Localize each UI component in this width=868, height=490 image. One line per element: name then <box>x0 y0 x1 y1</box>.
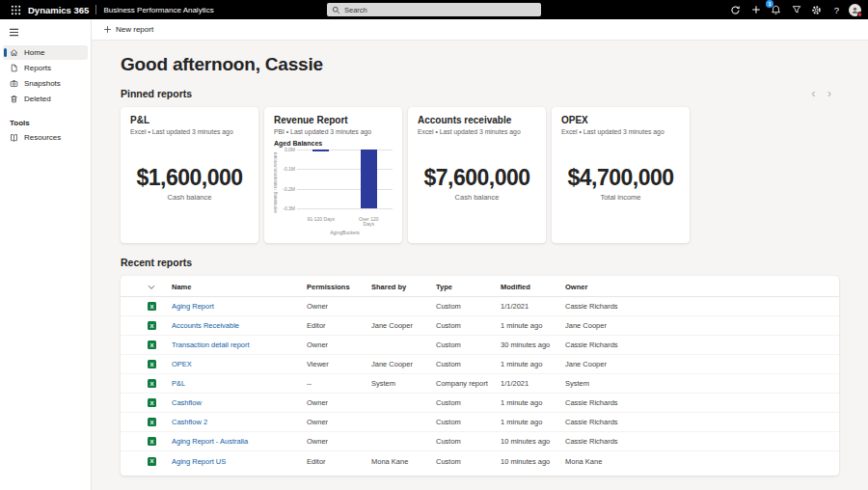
hamburger-menu-icon[interactable] <box>0 24 25 40</box>
permissions-cell: Owner <box>307 437 371 446</box>
owner-cell: Jane Cooper <box>565 321 826 330</box>
table-row[interactable]: Accounts Receivable Editor Jane Cooper C… <box>121 316 839 336</box>
product-name[interactable]: Dynamics 365 <box>28 5 89 15</box>
shared-by-cell: Jane Cooper <box>371 360 436 368</box>
pinned-card-accounts-receivable[interactable]: Accounts receivable Excel • Last updated… <box>408 107 546 243</box>
app-launcher-waffle-icon[interactable] <box>7 2 24 17</box>
sidebar-item-deleted[interactable]: Deleted <box>3 92 88 106</box>
greeting-heading: Good afternoon, Cassie <box>121 54 839 75</box>
column-header-modified[interactable]: Modified <box>501 283 565 291</box>
pinned-card-opex[interactable]: OPEX Excel • Last updated 3 minutes ago … <box>552 107 690 243</box>
table-row[interactable]: Cashflow 2 Owner Custom 1 minute ago Cas… <box>121 413 839 432</box>
add-icon[interactable] <box>747 2 764 17</box>
report-name-link[interactable]: Transaction detail report <box>172 340 250 349</box>
settings-gear-icon[interactable] <box>808 2 825 17</box>
table-row[interactable]: P&L -- System Company report 1/1/2021 Sy… <box>121 374 839 394</box>
type-cell: Custom <box>436 398 501 407</box>
table-row[interactable]: Aging Report US Editor Mona Kane Custom … <box>121 451 839 471</box>
chart-x-axis-title: AgingBuckets <box>274 230 393 235</box>
sidebar-item-label: Deleted <box>24 95 51 103</box>
delete-icon <box>10 95 18 103</box>
excel-file-icon <box>148 398 172 407</box>
sync-icon[interactable] <box>727 2 744 17</box>
kpi-value: $7,600,000 <box>423 165 529 191</box>
permissions-cell: Owner <box>307 418 371 426</box>
column-header-permissions[interactable]: Permissions <box>307 283 371 291</box>
chart-y-tick: -0.3M <box>283 205 295 211</box>
search-icon <box>332 6 340 14</box>
chart-plot <box>297 150 393 215</box>
report-name-link[interactable]: Aging Report <box>172 302 214 311</box>
report-name-link[interactable]: Aging Report - Australia <box>172 437 248 446</box>
kpi-label: Total income <box>600 193 640 202</box>
permissions-cell: Owner <box>307 398 371 407</box>
avatar[interactable] <box>849 4 861 16</box>
report-name-link[interactable]: Cashflow 2 <box>172 418 207 426</box>
table-row[interactable]: Aging Report - Australia Owner Custom 10… <box>121 432 839 451</box>
table-row[interactable]: Transaction detail report Owner Custom 3… <box>121 336 839 355</box>
modified-cell: 10 minutes ago <box>501 457 565 466</box>
chart-gridline <box>297 189 393 190</box>
app-name[interactable]: Business Performance Analytics <box>103 6 213 14</box>
report-name-link[interactable]: OPEX <box>172 360 192 368</box>
presence-status-dot <box>857 12 863 17</box>
kpi-block: $1,600,000 Cash balance <box>130 131 249 235</box>
pinned-card-revenue-report[interactable]: Revenue Report PBI • Last updated 3 minu… <box>264 107 402 243</box>
brand-divider <box>95 5 96 14</box>
card-title: Accounts receivable <box>418 115 536 125</box>
modified-cell: 1/1/2021 <box>501 379 565 388</box>
modified-cell: 1 minute ago <box>501 321 565 330</box>
command-bar: New report <box>92 19 868 41</box>
table-row[interactable]: Aging Report Owner Custom 1/1/2021 Cassi… <box>121 297 839 316</box>
recent-reports-body: Aging Report Owner Custom 1/1/2021 Cassi… <box>121 297 839 471</box>
column-header-shared-by[interactable]: Shared by <box>371 283 436 291</box>
carousel-prev-chevron-icon[interactable] <box>811 89 815 98</box>
sidebar-item-reports[interactable]: Reports <box>3 61 88 75</box>
permissions-cell: Owner <box>307 302 371 311</box>
table-row[interactable]: OPEX Viewer Jane Cooper Custom 1 minute … <box>121 355 839 374</box>
home-icon <box>10 48 18 57</box>
type-cell: Custom <box>436 321 501 330</box>
sidebar-item-label: Home <box>24 48 44 57</box>
global-search[interactable] <box>327 3 541 16</box>
sidebar-item-resources[interactable]: Resources <box>3 130 88 145</box>
notification-badge: 1 <box>766 0 773 8</box>
modified-cell: 1 minute ago <box>501 398 565 407</box>
modified-cell: 1/1/2021 <box>501 302 565 311</box>
pinned-cards-row: P&L Excel • Last updated 3 minutes ago $… <box>121 107 839 243</box>
sidebar-item-snapshots[interactable]: Snapshots <box>3 76 88 91</box>
chart-y-tick: -0.2M <box>283 186 295 192</box>
pinned-card-pl[interactable]: P&L Excel • Last updated 3 minutes ago $… <box>121 107 258 243</box>
card-title: OPEX <box>561 115 680 125</box>
column-header-name[interactable]: Name <box>172 283 307 291</box>
column-header-owner[interactable]: Owner <box>565 283 826 291</box>
modified-cell: 30 minutes ago <box>501 340 565 349</box>
type-cell: Custom <box>436 457 501 466</box>
table-row[interactable]: Cashflow Owner Custom 1 minute ago Cassi… <box>121 394 839 413</box>
notifications-icon[interactable]: 1 <box>768 2 784 17</box>
left-navigation: Home Reports Snapshots Deleted Tools <box>0 19 92 490</box>
table-header-row: Name Permissions Shared by Type Modified… <box>121 278 839 297</box>
new-report-button[interactable]: New report <box>96 22 160 37</box>
filter-icon[interactable] <box>788 2 804 17</box>
chart-gridline <box>297 208 393 209</box>
kpi-value: $1,600,000 <box>136 165 242 191</box>
report-name-link[interactable]: Aging Report US <box>172 457 226 466</box>
search-input[interactable] <box>344 6 536 14</box>
excel-file-icon <box>148 321 172 330</box>
chart-bar <box>312 150 329 151</box>
kpi-label: Cash balance <box>455 193 500 202</box>
card-title: P&L <box>130 115 249 125</box>
report-name-link[interactable]: Cashflow <box>172 398 202 407</box>
help-icon[interactable] <box>828 2 845 17</box>
report-name-link[interactable]: Accounts Receivable <box>172 321 239 330</box>
report-name-link[interactable]: P&L <box>172 379 185 388</box>
top-app-bar: Dynamics 365 Business Performance Analyt… <box>0 0 868 19</box>
sidebar-item-home[interactable]: Home <box>3 45 88 60</box>
recent-reports-table: Name Permissions Shared by Type Modified… <box>121 276 839 476</box>
column-header-type[interactable]: Type <box>436 283 501 291</box>
topbar-actions: 1 <box>727 2 861 17</box>
carousel-next-chevron-icon[interactable] <box>827 89 831 98</box>
permissions-cell: -- <box>307 379 371 388</box>
expand-all-chevron-icon[interactable] <box>148 285 172 290</box>
